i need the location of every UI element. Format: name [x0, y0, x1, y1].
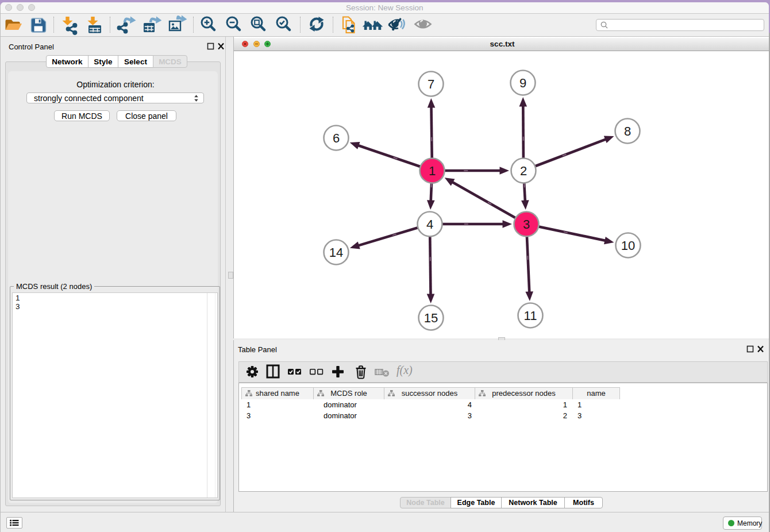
svg-text:10: 10 — [621, 238, 635, 252]
svg-text:15: 15 — [424, 310, 438, 325]
svg-text:1: 1 — [429, 163, 436, 178]
svg-text:8: 8 — [624, 124, 631, 138]
svg-text:11: 11 — [524, 308, 537, 322]
svg-text:2: 2 — [520, 163, 527, 178]
svg-text:14: 14 — [329, 245, 343, 259]
svg-text:7: 7 — [428, 76, 434, 91]
svg-text:4: 4 — [426, 217, 433, 231]
svg-text:9: 9 — [519, 75, 526, 90]
svg-text:3: 3 — [523, 217, 530, 231]
svg-text:6: 6 — [333, 130, 340, 145]
